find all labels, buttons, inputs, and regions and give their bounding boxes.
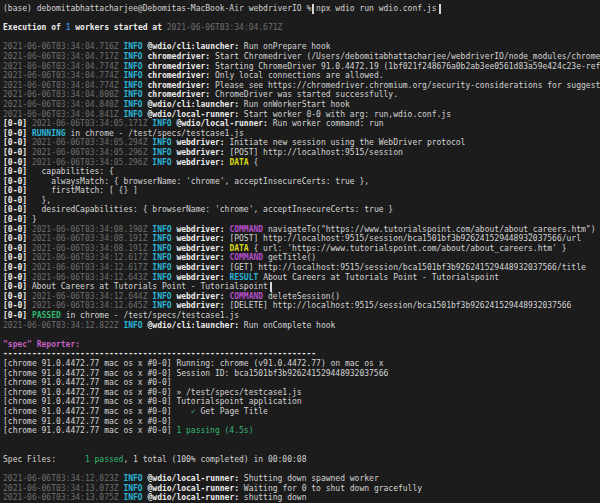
- terminal-text: desiredCapabilities: { browserName: 'chr…: [27, 205, 393, 214]
- terminal-text: COMMAND: [229, 225, 263, 234]
- terminal-text: [0-0]: [3, 196, 27, 205]
- terminal-text: 2021-06-06T03:34:08.190Z: [32, 225, 152, 234]
- highlight-box: [0-0] About Careers at Tutorials Point -…: [3, 282, 268, 291]
- terminal-text: INFO: [152, 263, 176, 272]
- terminal-text: [chrome 91.0.4472.77 mac os x #0-0]: [3, 417, 172, 426]
- terminal-line: [3, 330, 600, 340]
- terminal-text: [0-0]: [3, 225, 32, 234]
- terminal-text: chromedriver:: [148, 90, 215, 99]
- terminal-text: @wdio/local-runner:: [148, 493, 244, 502]
- terminal-text: getTitle(): [263, 253, 316, 262]
- terminal-line: [chrome 91.0.4472.77 mac os x #0-0] Tuto…: [3, 397, 600, 407]
- terminal-text: 2021-06-06T03:34:08.191Z: [32, 244, 152, 253]
- passed-status-line: [0-0] PASSED in chrome - /test/specs/tes…: [3, 311, 600, 321]
- terminal-line: [0-0] 2021-06-06T03:34:05.296Z INFO webd…: [3, 158, 600, 168]
- terminal-text: webdriver:: [176, 158, 229, 167]
- terminal-text: [chrome 91.0.4472.77 mac os x #0-0] Runn…: [3, 359, 384, 368]
- terminal-text: INFO: [152, 234, 176, 243]
- terminal-text: [0-0]: [3, 186, 27, 195]
- terminal-line: 2021-06-06T03:34:04.774Z INFO chromedriv…: [3, 62, 600, 72]
- terminal-text: 2021-06-06T03:34:12.644Z: [32, 292, 152, 301]
- terminal-text: [0-0]: [3, 234, 32, 243]
- terminal-text: chromedriver:: [148, 62, 215, 71]
- terminal-text: INFO: [123, 321, 147, 330]
- terminal-text: Waiting for 0 to shut down gracefully: [244, 484, 422, 493]
- terminal-text: [chrome 91.0.4472.77 mac os x #0-0]: [3, 378, 172, 387]
- terminal-text: webdriver:: [176, 138, 229, 147]
- terminal-text: 2021-06-06T03:34:05.296Z: [32, 158, 152, 167]
- terminal-text: [0-0]: [3, 301, 32, 310]
- terminal-text: webdriver:: [176, 273, 229, 282]
- terminal-text: 2021-06-06T03:34:08.191Z: [32, 234, 152, 243]
- terminal-line: [0-0] 2021-06-06T03:34:12.617Z INFO webd…: [3, 253, 600, 263]
- terminal-line: 2021-06-06T03:34:12.823Z INFO @wdio/loca…: [3, 474, 600, 484]
- terminal-text: About Careers at Tutorials Point - Tutor…: [32, 282, 268, 291]
- terminal-text: Run worker command: run: [273, 119, 384, 128]
- terminal-text: INFO: [123, 110, 147, 119]
- terminal-text: [POST] http://localhost:9515/session/bca…: [229, 234, 581, 243]
- terminal-text: INFO: [152, 158, 176, 167]
- terminal-line: [0-0] 2021-06-06T03:34:08.190Z INFO webd…: [3, 225, 600, 235]
- terminal-text: About Careers at Tutorials Point - Tutor…: [258, 273, 499, 282]
- terminal-line: 2021-06-06T03:34:04.800Z INFO chromedriv…: [3, 90, 600, 100]
- terminal-text: 2021-06-06T03:34:05.296Z: [32, 148, 152, 157]
- terminal-line: [0-0] alwaysMatch: { browserName: 'chrom…: [3, 177, 600, 187]
- terminal-text: 2021-06-06T03:34:05.171Z: [32, 119, 152, 128]
- terminal-text: [0-0]: [3, 311, 32, 320]
- terminal-text: COMMAND: [229, 253, 263, 262]
- terminal-text: Run onComplete hook: [244, 321, 336, 330]
- terminal-text: Get Page Title: [196, 407, 268, 416]
- terminal-text: INFO: [152, 148, 176, 157]
- test-pass-line: [chrome 91.0.4472.77 mac os x #0-0] ✓ Ge…: [3, 407, 600, 417]
- terminal-text: 2021-06-06T03:34:04.840Z: [3, 100, 123, 109]
- terminal-text: Start worker 0-0 with arg: run,wdio.conf…: [244, 110, 451, 119]
- terminal-text: webdriver:: [176, 263, 229, 272]
- terminal-text: 1 passed: [85, 455, 124, 464]
- terminal-text: in chrome - /test/specs/testcase1.js: [66, 129, 244, 138]
- terminal-text: (base) debomitabhattacharjee@Debomitas-M…: [3, 4, 316, 13]
- terminal-line: [0-0] 2021-06-06T03:34:12.644Z INFO webd…: [3, 292, 600, 302]
- terminal-text: INFO: [152, 138, 176, 147]
- terminal-text: Run onWorkerStart hook: [244, 100, 350, 109]
- terminal-text: 2021-06-06T03:34:12.617Z: [32, 263, 152, 272]
- terminal-line: [chrome 91.0.4472.77 mac os x #0-0]: [3, 417, 600, 427]
- terminal-text: chromedriver:: [148, 71, 215, 80]
- terminal-text: alwaysMatch: { browserName: 'chrome', ac…: [27, 177, 369, 186]
- terminal-text: {: [249, 158, 259, 167]
- terminal-text: PASSED: [32, 311, 61, 320]
- terminal-line: [chrome 91.0.4472.77 mac os x #0-0] Runn…: [3, 359, 600, 369]
- terminal-text: INFO: [152, 244, 176, 253]
- terminal-text: Execution of: [3, 23, 66, 32]
- terminal-line: [0-0] 2021-06-06T03:34:08.191Z INFO webd…: [3, 234, 600, 244]
- terminal-text: }: [32, 215, 37, 224]
- terminal-text: webdriver:: [176, 148, 229, 157]
- terminal-text: INFO: [152, 119, 176, 128]
- terminal-text: Shutting down spawned worker: [244, 474, 379, 483]
- spec-files-summary: Spec Files: 1 passed, 1 total (100% comp…: [3, 455, 600, 465]
- command-highlight-box: npx wdio run wdio.conf.js: [316, 4, 436, 13]
- terminal-text: [GET] http://localhost:9515/session/bca1…: [229, 263, 585, 272]
- terminal-text: [0-0]: [3, 205, 27, 214]
- terminal-text: [0-0]: [3, 282, 32, 291]
- terminal-line: [0-0] 2021-06-06T03:34:12.645Z INFO webd…: [3, 301, 600, 311]
- terminal-text: 2021-06-06T03:34:12.643Z: [32, 273, 152, 282]
- terminal-text: 2021-06-06T03:34:04.716Z: [3, 42, 123, 51]
- terminal-text: DATA: [229, 158, 248, 167]
- terminal-line: [0-0] 2021-06-06T03:34:12.643Z INFO webd…: [3, 273, 600, 283]
- terminal-text: [DELETE] http://localhost:9515/session/b…: [229, 301, 571, 310]
- running-status-line: [0-0] RUNNING in chrome - /test/specs/te…: [3, 129, 600, 139]
- terminal-text: workers started at: [70, 23, 166, 32]
- terminal-text: [0-0]: [3, 129, 32, 138]
- terminal-line: [3, 33, 600, 43]
- terminal-text: webdriver:: [176, 253, 229, 262]
- shell-prompt-line: (base) debomitabhattacharjee@Debomitas-M…: [3, 4, 600, 14]
- terminal-text: [0-0]: [3, 273, 32, 282]
- terminal-line: [0-0] 2021-06-06T03:34:12.617Z INFO webd…: [3, 263, 600, 273]
- terminal-line: 2021-06-06T03:34:04.774Z INFO chromedriv…: [3, 81, 600, 91]
- terminal-text: 2021-06-06T03:34:05.294Z: [32, 138, 152, 147]
- terminal-text: webdriver:: [176, 225, 229, 234]
- terminal-text: webdriver:: [176, 244, 229, 253]
- terminal-text: INFO: [123, 493, 147, 502]
- terminal-text: RUNNING: [32, 129, 66, 138]
- terminal-text: Start Chromedriver (/Users/debomitabhatt…: [215, 52, 600, 61]
